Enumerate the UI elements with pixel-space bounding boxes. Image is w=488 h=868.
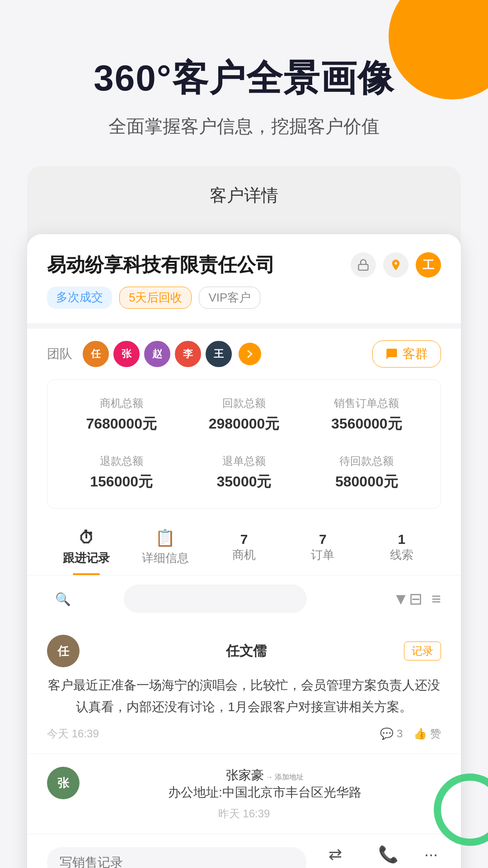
stat-item-2: 回款总额 2980000元 — [183, 391, 305, 439]
arrow-icon: → — [266, 773, 275, 781]
svg-rect-0 — [359, 264, 368, 270]
call-btn[interactable]: 📞 打电话 — [373, 845, 403, 868]
location-icon-btn[interactable] — [383, 252, 408, 278]
tab-clue-count: 1 — [362, 532, 441, 547]
tab-clue-label: 线索 — [390, 548, 413, 561]
work-icon: 工 — [422, 257, 434, 273]
avatar-3[interactable]: 赵 — [143, 340, 172, 368]
chevron-right-icon — [244, 349, 255, 359]
search-icon: 🔍 — [55, 591, 71, 606]
feed-avatar-1: 任 — [47, 635, 80, 667]
kequn-label: 客群 — [403, 345, 428, 363]
tab-opportunity[interactable]: 7 商机 — [205, 521, 283, 572]
tag-huishou[interactable]: 5天后回收 — [119, 287, 192, 309]
launch-process-icon: ⇄ — [328, 845, 342, 864]
feed-time-2: 昨天 16:39 — [47, 807, 441, 821]
stat-value-6: 580000元 — [313, 472, 421, 492]
write-sales-record-input[interactable] — [47, 847, 306, 868]
launch-process-btn[interactable]: ⇄ 发起流程 — [315, 845, 355, 868]
card-container: 客户详情 易动纷享科技有限责任公司 — [27, 166, 461, 868]
tabs-row: ⏱ 跟进记录 📋 详细信息 7 商机 7 订单 1 线索 — [27, 518, 461, 576]
lock-icon — [357, 259, 370, 271]
feed-action-text: 添加地址 — [275, 773, 304, 781]
search-input[interactable] — [124, 585, 307, 613]
feed-time-1: 今天 16:39 — [47, 726, 99, 741]
avatar-more[interactable] — [239, 343, 261, 365]
feed-item-1: 任 任文儒 记录 客户最近正准备一场海宁的演唱会，比较忙，会员管理方案负责人还没… — [27, 622, 461, 754]
tab-detail-label: 详细信息 — [142, 551, 189, 565]
location-icon — [389, 259, 402, 271]
feed-actions-1: 💬 3 👍 赞 — [380, 726, 441, 741]
feed-avatar-2: 张 — [47, 767, 80, 799]
tag-vip[interactable]: VIP客户 — [199, 287, 260, 309]
tab-detail[interactable]: 📋 详细信息 — [126, 518, 204, 575]
tab-followup[interactable]: ⏱ 跟进记录 — [47, 518, 126, 575]
chat-icon — [385, 348, 398, 360]
avatar-4[interactable]: 李 — [174, 340, 202, 368]
feed-name-2: 张家豪 → 添加地址 — [89, 767, 441, 784]
feed-footer-1: 今天 16:39 💬 3 👍 赞 — [47, 726, 441, 741]
call-icon: 📞 — [378, 845, 399, 864]
search-wrap: 🔍 — [47, 585, 384, 613]
filter-icons: ▼⊟ ≡ — [393, 590, 441, 609]
lock-icon-btn[interactable] — [351, 252, 376, 278]
feed-tag-1: 记录 — [404, 642, 441, 660]
search-row: 🔍 ▼⊟ ≡ — [27, 576, 461, 622]
work-icon-btn[interactable]: 工 — [416, 252, 441, 278]
feed-info-2: 张家豪 → 添加地址 办公地址:中国北京市丰台区光华路 — [89, 767, 441, 801]
kequn-button[interactable]: 客群 — [372, 340, 441, 368]
comment-icon[interactable]: 💬 3 — [380, 727, 403, 740]
divider-1 — [27, 323, 461, 329]
feed-header-1: 任 任文儒 记录 — [47, 635, 441, 667]
stat-label-6: 待回款总额 — [313, 454, 421, 468]
stat-label-1: 商机总额 — [67, 396, 175, 410]
stat-value-3: 3560000元 — [313, 414, 421, 434]
tab-order-count: 7 — [283, 532, 362, 547]
stat-label-3: 销售订单总额 — [313, 396, 421, 410]
like-icon[interactable]: 👍 赞 — [413, 726, 441, 741]
feed-person-name: 张家豪 — [226, 768, 264, 782]
stat-item-6: 待回款总额 580000元 — [305, 448, 428, 497]
stat-item-5: 退单总额 35000元 — [183, 448, 305, 497]
stat-item-4: 退款总额 156000元 — [60, 448, 183, 497]
stat-item-3: 销售订单总额 3560000元 — [305, 391, 428, 439]
avatar-5[interactable]: 王 — [204, 340, 233, 368]
stat-value-2: 2980000元 — [190, 414, 298, 434]
company-name-row: 易动纷享科技有限责任公司 — [47, 252, 441, 278]
main-card: 易动纷享科技有限责任公司 — [27, 234, 461, 868]
more-icon: ··· — [424, 845, 438, 864]
hero-subtitle: 全面掌握客户信息，挖掘客户价值 — [27, 114, 461, 139]
tab-detail-icon: 📋 — [126, 528, 204, 547]
stat-label-5: 退单总额 — [190, 454, 298, 468]
bottom-toolbar: ⇄ 发起流程 📞 打电话 ··· 更多 — [27, 834, 461, 868]
feed-item-2: 张 张家豪 → 添加地址 办公地址:中国北京市丰台区光华路 昨天 16:39 — [27, 754, 461, 834]
tab-clue[interactable]: 1 线索 — [362, 521, 441, 572]
stat-value-4: 156000元 — [67, 472, 175, 492]
avatar-2[interactable]: 张 — [112, 340, 141, 368]
more-btn[interactable]: ··· 更多 — [421, 845, 441, 868]
company-name: 易动纷享科技有限责任公司 — [47, 252, 275, 278]
stat-value-5: 35000元 — [190, 472, 298, 492]
stat-label-4: 退款总额 — [67, 454, 175, 468]
avatars: 任 张 赵 李 王 — [81, 340, 235, 368]
bg-card: 客户详情 易动纷享科技有限责任公司 — [27, 166, 461, 868]
tab-opportunity-label: 商机 — [232, 548, 256, 561]
avatar-1[interactable]: 任 — [81, 340, 110, 368]
stat-item-1: 商机总额 7680000元 — [60, 391, 183, 439]
sort-icon[interactable]: ≡ — [432, 590, 441, 609]
tab-followup-icon: ⏱ — [47, 528, 126, 547]
tag-duoci[interactable]: 多次成交 — [47, 287, 112, 309]
team-row: 团队 任 张 赵 李 王 客群 — [27, 329, 461, 379]
tab-order-label: 订单 — [311, 548, 334, 561]
filter-icon[interactable]: ▼⊟ — [393, 590, 422, 609]
tab-order[interactable]: 7 订单 — [283, 521, 362, 572]
stat-label-2: 回款总额 — [190, 396, 298, 410]
company-icons: 工 — [351, 252, 441, 278]
tab-opportunity-count: 7 — [205, 532, 283, 547]
feed-name-1: 任文儒 — [89, 642, 404, 660]
team-label: 团队 — [47, 345, 72, 363]
feed-header-2: 张 张家豪 → 添加地址 办公地址:中国北京市丰台区光华路 — [47, 767, 441, 801]
company-header: 易动纷享科技有限责任公司 — [27, 234, 461, 323]
tags-row: 多次成交 5天后回收 VIP客户 — [47, 287, 441, 309]
stat-value-1: 7680000元 — [67, 414, 175, 434]
